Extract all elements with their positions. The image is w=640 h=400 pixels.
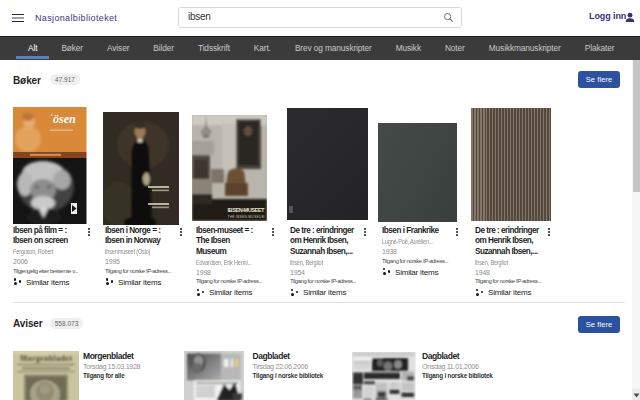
svg-text:THE IBSEN MUSEUM: THE IBSEN MUSEUM [227, 214, 264, 218]
svg-text:Morgenbladet: Morgenbladet [19, 354, 71, 363]
svg-text:IBSEN-MUSEET: IBSEN-MUSEET [228, 207, 266, 213]
svg-text:ˈösen: ˈösen [49, 112, 76, 126]
